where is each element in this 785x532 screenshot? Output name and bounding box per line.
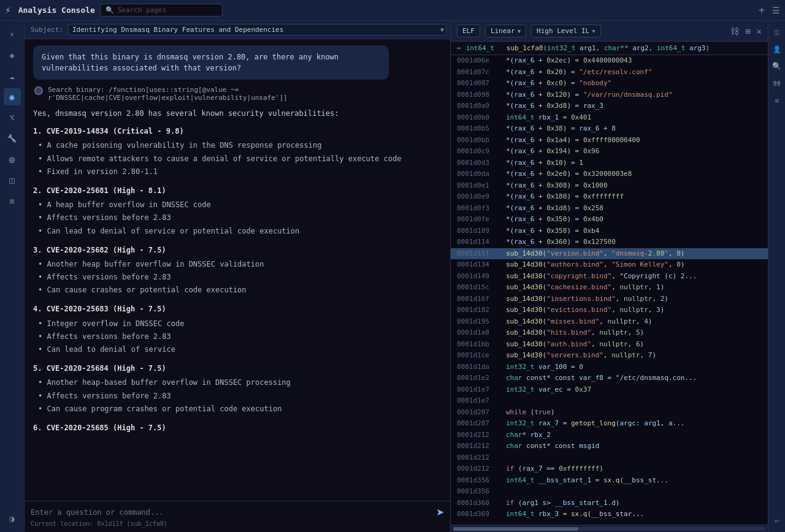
code-line[interactable]: 0001d1a8sub_14d30("hits.bind", nullptr, … [451, 327, 768, 339]
code-line[interactable]: 0001d06e*(rax_6 + 0x2ec) = 0x4400000043 [451, 55, 768, 67]
code-line[interactable]: 0001d134sub_14d30("authors.bind", "Simon… [451, 259, 768, 271]
code-line[interactable]: 0001d0c9*(rax_6 + 0x194) = 0x96 [451, 146, 768, 158]
code-line[interactable]: 0001d0f3*(rax_6 + 0x1d8) = 0x258 [451, 203, 768, 215]
code-address: 0001d0d3 [451, 158, 500, 169]
code-line[interactable]: 0001d212 char* rbx_2 [451, 430, 768, 441]
right-sidebar-icon-search[interactable]: 🔍 [771, 60, 783, 72]
topbar-search-box[interactable]: 🔍 Search pages [100, 4, 223, 17]
code-address: 0001d1e7 [451, 396, 500, 406]
sidebar-icon-target[interactable]: ◉ [4, 88, 21, 105]
right-sidebar-icon-lines[interactable]: ≡ [771, 94, 783, 107]
code-line[interactable]: 0001d16fsub_14d30("insertions.bind", nul… [451, 294, 768, 305]
link-icon[interactable]: ⛓ [730, 26, 739, 36]
cve-3-bullet-2: • Affects versions before 2.83 [38, 272, 442, 283]
user-message-text: Given that this binary is dnsmasq versio… [42, 53, 339, 72]
add-tab-button[interactable]: + [759, 4, 765, 16]
sidebar-icon-tools[interactable]: 🔧 [4, 130, 21, 147]
right-sidebar-icon-count[interactable]: 99 [771, 77, 783, 89]
horizontal-scrollbar-thumb[interactable] [453, 527, 578, 531]
cve-1-bullet-1: • A cache poisoning vulnerability in the… [38, 140, 442, 151]
sidebar-icon-options[interactable]: ⌥ [4, 109, 21, 126]
code-line[interactable]: 0001d0d3*(rax_6 + 0x10) = 1 [451, 158, 768, 169]
code-address: 0001d149 [451, 272, 500, 282]
code-line[interactable]: 0001d207while (true) [451, 407, 768, 419]
code-line[interactable]: 0001d0e9*(rax_6 + 0x180) = 0xffffffff [451, 191, 768, 203]
func-nav-icon[interactable]: ↔ [457, 44, 461, 52]
code-line[interactable]: 0001d195sub_14d30("misses.bind", nullptr… [451, 316, 768, 328]
code-line[interactable]: 0001d114*(rax_6 + 0x360) = 0x127500 [451, 237, 768, 248]
sidebar-icon-layout[interactable]: ◫ [4, 172, 21, 189]
code-line[interactable]: 0001d15csub_14d30("cachesize.bind", null… [451, 282, 768, 294]
code-address: 0001d0bb [451, 135, 500, 146]
code-address: 0001d11f [451, 249, 500, 259]
code-bottom-scrollbar[interactable] [451, 525, 768, 532]
right-sidebar-icon-undo[interactable]: ↩ [771, 515, 783, 527]
right-sidebar-icon-layout[interactable]: ◫ [771, 26, 783, 38]
send-button[interactable]: ➤ [436, 506, 444, 518]
elf-nav-button[interactable]: ELF [457, 25, 480, 37]
code-line[interactable]: 0001d1bbsub_14d30("auth.bind", nullptr, … [451, 339, 768, 351]
code-line[interactable]: 0001d182sub_14d30("evictions.bind", null… [451, 305, 768, 316]
code-line[interactable]: 0001d0da*(rax_6 + 0x2e0) = 0x32000003e8 [451, 169, 768, 180]
code-topbar: ELF Linear ▼ High Level IL ▼ ⛓ ⊞ ✕ [451, 21, 768, 42]
chat-input[interactable] [31, 508, 431, 517]
code-line[interactable]: 0001d1e2char const* const var_f8 = "/etc… [451, 373, 768, 384]
code-content[interactable]: 0001d06e*(rax_6 + 0x2ec) = 0x44000000430… [451, 55, 768, 525]
horizontal-scrollbar-track[interactable] [453, 527, 765, 531]
topbar-search-icon: 🔍 [105, 6, 114, 14]
sidebar-icon-theme[interactable]: ◑ [4, 510, 21, 527]
sidebar-icon-plugin[interactable]: ⊕ [4, 151, 21, 168]
code-line[interactable]: 0001d1cesub_14d30("servers.bind", nullpt… [451, 350, 768, 362]
code-line[interactable]: 0001d109*(rax_6 + 0x358) = 0xb4 [451, 226, 768, 237]
code-line[interactable]: 0001d11fsub_14d30("version.bind", "dnsma… [451, 248, 768, 260]
sidebar-icon-home[interactable]: ⚡ [4, 26, 21, 43]
code-instruction: int32_t rax_7 = getopt_long(argc: arg1, … [500, 419, 684, 429]
code-line[interactable]: 0001d0bb*(rax_6 + 0x1a4) = 0xffff0000040… [451, 135, 768, 146]
right-sidebar-icon-user[interactable]: 👤 [771, 43, 783, 55]
cve-4-bullet-2: • Affects versions before 2.83 [38, 331, 442, 343]
func-name: sub_1cfa0 [507, 44, 543, 52]
code-address: 0001d356 [451, 487, 500, 497]
main-layout: ⚡ ◈ ☁ ◉ ⌥ 🔧 ⊕ ◫ ≡ ◑ Subject: Identifying… [0, 21, 785, 532]
code-line[interactable]: 0001d212 [451, 452, 768, 464]
code-line[interactable]: 0001d0b5*(rax_6 + 0x38) = rax_6 + 8 [451, 123, 768, 135]
code-line[interactable]: 0001d369 int64_t rbx_3 = sx.q(__bss_star… [451, 509, 768, 520]
linear-nav-button[interactable]: Linear ▼ [485, 25, 526, 37]
code-address: 0001d087 [451, 78, 500, 89]
sidebar-icon-cloud[interactable]: ☁ [4, 67, 21, 85]
subject-value[interactable]: Identifying Dnsmasq Binary Features and … [68, 24, 446, 36]
sidebar-icon-list[interactable]: ≡ [4, 192, 21, 210]
close-panel-icon[interactable]: ✕ [757, 26, 762, 36]
function-signature: ↔ int64_t sub_1cfa0(int32_t arg1, char**… [451, 42, 768, 55]
code-line[interactable]: 0001d0a9*(rax_6 + 0x3d8) = rax_3 [451, 101, 768, 112]
topbar-search-label: Search pages [118, 6, 166, 14]
code-line[interactable]: 0001d1e7 [451, 395, 768, 407]
hil-nav-button[interactable]: High Level IL ▼ [531, 25, 601, 37]
code-line[interactable]: 0001d0fe*(rax_6 + 0x350) = 0x4b0 [451, 214, 768, 226]
code-line[interactable]: 0001d207 int32_t rax_7 = getopt_long(arg… [451, 418, 768, 430]
code-instruction: if (arg1 s> __bss_start_1.d) [500, 498, 619, 509]
hil-chevron-icon: ▼ [592, 28, 595, 34]
subject-dropdown-icon[interactable]: ▼ [440, 26, 444, 33]
code-line[interactable]: 0001d360 if (arg1 s> __bss_start_1.d) [451, 498, 768, 509]
code-address: 0001d06e [451, 56, 500, 66]
cve-1-title: 1. CVE-2019-14834 (Critical - 9.8) [33, 126, 442, 137]
split-icon[interactable]: ⊞ [745, 26, 750, 36]
code-line[interactable]: 0001d087*(rax_6 + 0xc0) = "nobody" [451, 78, 768, 89]
code-instruction: sub_14d30("version.bind", "dnsmasq-2.80"… [500, 249, 684, 259]
code-line[interactable]: 0001d098*(rax_6 + 0x120) = "/var/run/dns… [451, 89, 768, 101]
code-line[interactable]: 0001d149sub_14d30("copyright.bind", "Cop… [451, 271, 768, 283]
code-line[interactable]: 0001d212 char const* const msgid [451, 441, 768, 452]
code-line[interactable]: 0001d1e7int32_t var_ec = 0x37 [451, 384, 768, 396]
code-line[interactable]: 0001d0e1*(rax_6 + 0x308) = 0x1000 [451, 180, 768, 192]
code-line[interactable]: 0001d212 if (rax_7 == 0xffffffff) [451, 463, 768, 475]
cve-6-title: 6. CVE-2020-25685 (High - 7.5) [33, 422, 442, 434]
code-line[interactable]: 0001d07c*(rax_6 + 0x20) = "/etc/resolv.c… [451, 67, 768, 78]
code-line[interactable]: 0001d1daint32_t var_100 = 0 [451, 362, 768, 373]
code-line[interactable]: 0001d356 int64_t __bss_start_1 = sx.q(__… [451, 475, 768, 487]
menu-button[interactable]: ☰ [772, 6, 780, 15]
code-line[interactable]: 0001d0b0int64_t rbx_1 = 0x401 [451, 112, 768, 124]
code-address: 0001d134 [451, 260, 500, 270]
code-line[interactable]: 0001d356 [451, 486, 768, 498]
sidebar-icon-binary[interactable]: ◈ [4, 47, 21, 64]
